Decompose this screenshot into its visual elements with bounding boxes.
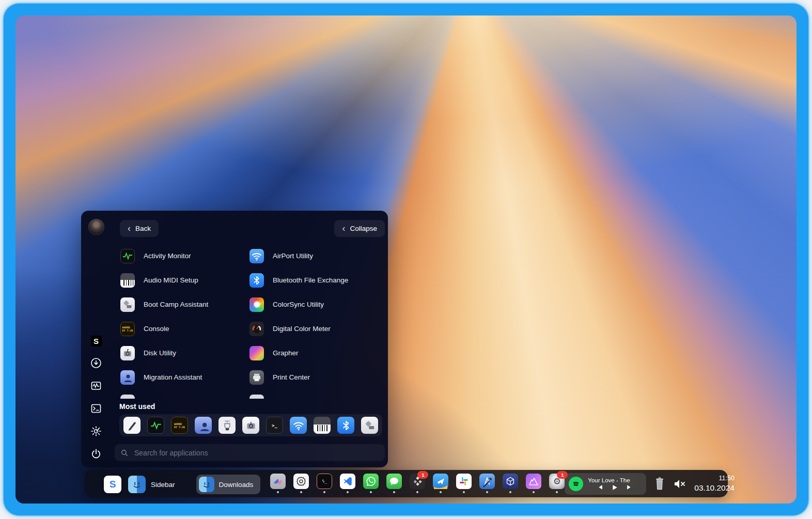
dock-app-affinity-photo[interactable] [526,474,541,493]
partially-visible-app-icon [120,395,135,399]
app-row-airport-utility[interactable]: AirPort Utility [249,244,379,268]
dock-app-xcode[interactable] [479,474,495,493]
running-indicator [556,491,558,493]
app-row-boot-camp-assistant[interactable]: Boot Camp Assistant [120,292,249,317]
bluetooth-icon[interactable] [337,417,354,434]
terminal-icon[interactable] [90,402,102,415]
app-label: Disk Utility [144,349,176,357]
back-button[interactable]: ‹ Back [120,220,159,237]
dock-app-chatgpt[interactable] [293,474,309,493]
terminal-icon[interactable]: >_ [266,417,283,434]
play-button[interactable] [612,484,618,491]
collapse-button-label: Collapse [350,225,377,232]
app-label: Boot Camp Assistant [144,301,208,308]
running-indicator [393,491,395,493]
app-label: Bluetooth File Exchange [273,276,348,284]
dock-app-spark-mail[interactable] [433,474,448,493]
trash-icon[interactable] [653,476,666,492]
app-row-disk-utility[interactable]: Disk Utility [120,341,249,365]
app-row-grapher[interactable]: Grapher [249,341,379,365]
app-row-audio-midi-setup[interactable]: Audio MIDI Setup [120,268,249,292]
app-row-partially-visible [249,389,379,399]
time-label: 11:50 [719,475,735,483]
launcher-header: ‹ Back ‹ Collapse [111,220,385,237]
finder-icon [199,477,214,492]
now-playing-widget[interactable]: Your Love - The [565,473,646,495]
dock-app-origami-birds[interactable] [270,474,286,493]
terminal-app-icon: ϟ_ [317,474,332,489]
app-label: ColorSync Utility [273,301,324,308]
now-playing-title: Your Love - The [588,477,642,483]
app-label: Digital Color Meter [273,325,331,333]
next-track-button[interactable] [626,484,633,490]
running-indicator [370,491,372,493]
migration-assistant-icon [120,370,135,385]
dock-app-slack[interactable] [456,474,472,493]
volume-muted-icon[interactable] [673,478,686,490]
console-icon: WARNDKY 7:36 [120,322,135,336]
app-label: Grapher [273,349,299,357]
boot-camp-icon[interactable] [361,417,378,434]
disk-utility-icon[interactable] [242,417,259,434]
airport-utility-icon [249,249,264,263]
dock-app-pinwheel[interactable]: 1 [410,474,425,493]
downloads-button[interactable]: Downloads [196,475,261,494]
sidebar-app-logo[interactable]: S [91,336,102,347]
collapse-button[interactable]: ‹ Collapse [334,220,385,237]
audio-midi-setup-icon[interactable] [314,417,331,434]
app-row-console[interactable]: WARNDKY 7:36 Console [120,317,249,341]
settings-gear-icon[interactable] [90,425,102,437]
dock-left-group: S Sidebar Downloads [84,470,260,497]
downloads-icon[interactable] [90,357,102,369]
dock-app-terminal[interactable]: ϟ_ [317,474,332,493]
app-row-colorsync-utility[interactable]: ColorSync Utility [249,292,379,317]
dock-app-cube-3d[interactable] [503,474,518,493]
pinwheel-app-icon: 1 [410,474,425,489]
dock-app-system-settings[interactable]: ⚙ 1 [549,474,565,493]
dock-app-whatsapp[interactable] [363,474,379,493]
app-row-bluetooth-file-exchange[interactable]: Bluetooth File Exchange [249,268,379,292]
app-row-migration-assistant[interactable]: Migration Assistant [120,365,249,389]
running-indicator [533,491,535,493]
audio-midi-setup-icon [120,273,135,288]
migration-assistant-icon[interactable] [195,417,212,434]
now-playing-info: Your Love - The [587,477,642,491]
running-indicator [509,491,511,493]
application-grid: Activity Monitor AirPort Utility Audio M… [120,244,385,399]
user-avatar[interactable] [88,219,104,235]
search-input[interactable] [133,448,380,458]
chatgpt-icon [293,474,309,489]
finder-icon[interactable] [128,476,146,493]
grapher-icon [249,346,264,360]
notification-badge: 1 [557,471,568,479]
xcode-icon [479,474,495,489]
power-icon[interactable] [90,448,102,460]
print-center-icon [249,370,264,385]
dock-app-vscode[interactable] [340,474,355,493]
slack-icon [456,474,472,489]
archive-utility-icon[interactable] [218,417,236,434]
search-bar[interactable] [115,444,385,461]
boot-camp-icon [120,297,135,312]
sidebar-app-logo[interactable]: S [104,476,121,493]
activity-monitor-icon[interactable] [147,417,164,434]
search-icon [120,448,129,458]
clock[interactable]: 11:50 03.10.2024 [694,475,735,493]
app-row-activity-monitor[interactable]: Activity Monitor [120,244,249,268]
digital-color-meter-icon [249,322,264,336]
text-editor-icon[interactable] [123,417,140,434]
disk-utility-icon [120,346,135,360]
desktop: S [15,15,797,504]
app-row-digital-color-meter[interactable]: Digital Color Meter [249,317,379,341]
back-button-label: Back [135,225,151,232]
app-label: Console [144,325,169,333]
app-row-partially-visible [120,389,249,399]
app-row-print-center[interactable]: Print Center [249,365,379,389]
activity-monitor-icon[interactable] [90,380,102,392]
airport-utility-icon[interactable] [290,417,307,434]
running-indicator [416,491,418,493]
dock-app-messages[interactable] [386,474,402,493]
previous-track-button[interactable] [597,484,603,490]
console-icon[interactable]: WARNDKY 7:36 [171,417,188,434]
dock-right-group: Your Love - The 11:50 03.10.2024 [565,470,740,497]
